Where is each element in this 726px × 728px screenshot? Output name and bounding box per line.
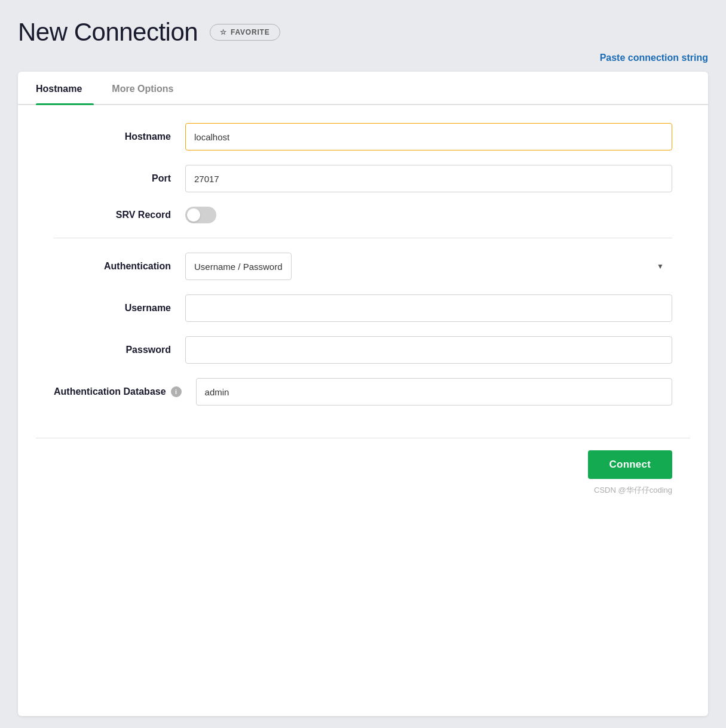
form-row-authentication: Authentication None Username / Password … <box>54 253 672 280</box>
hostname-input[interactable] <box>185 123 672 150</box>
toggle-slider <box>185 207 216 223</box>
favorite-label: FAVORITE <box>231 28 270 36</box>
section-divider <box>54 238 672 238</box>
authentication-select[interactable]: None Username / Password SCRAM-SHA-1 SCR… <box>185 253 292 280</box>
form-section-hostname: Hostname Port SRV Record Authentication <box>18 105 708 438</box>
port-label: Port <box>54 173 185 184</box>
page-header: New Connection ☆ FAVORITE <box>18 18 708 47</box>
auth-database-label-group: Authentication Database i <box>54 386 196 397</box>
auth-database-label: Authentication Database <box>54 386 166 397</box>
watermark: CSDN @华仔仔coding <box>18 479 708 496</box>
authentication-select-wrapper: None Username / Password SCRAM-SHA-1 SCR… <box>185 253 672 280</box>
password-input[interactable] <box>185 336 672 364</box>
username-label: Username <box>54 303 185 314</box>
tab-hostname[interactable]: Hostname <box>36 72 94 104</box>
footer-row: Connect <box>18 438 708 479</box>
hostname-label: Hostname <box>54 131 185 142</box>
form-row-username: Username <box>54 294 672 322</box>
star-icon: ☆ <box>220 28 227 36</box>
auth-database-input[interactable] <box>196 378 672 406</box>
username-input[interactable] <box>185 294 672 322</box>
favorite-button[interactable]: ☆ FAVORITE <box>210 24 280 41</box>
paste-connection-row: Paste connection string <box>18 53 708 63</box>
form-row-port: Port <box>54 165 672 192</box>
tabs-row: Hostname More Options <box>18 72 708 105</box>
srv-toggle-wrapper <box>185 207 216 223</box>
password-label: Password <box>54 345 185 355</box>
info-icon[interactable]: i <box>171 386 182 397</box>
form-row-password: Password <box>54 336 672 364</box>
authentication-label: Authentication <box>54 261 185 272</box>
srv-toggle[interactable] <box>185 207 216 223</box>
srv-record-label: SRV Record <box>54 210 185 220</box>
form-row-srv: SRV Record <box>54 207 672 223</box>
port-input[interactable] <box>185 165 672 192</box>
form-row-auth-database: Authentication Database i <box>54 378 672 406</box>
paste-connection-link[interactable]: Paste connection string <box>600 53 708 63</box>
connection-card: Hostname More Options Hostname Port SRV … <box>18 72 708 716</box>
connect-button[interactable]: Connect <box>588 450 672 479</box>
form-row-hostname: Hostname <box>54 123 672 150</box>
tab-more-options[interactable]: More Options <box>112 72 185 104</box>
page-title: New Connection <box>18 18 198 47</box>
